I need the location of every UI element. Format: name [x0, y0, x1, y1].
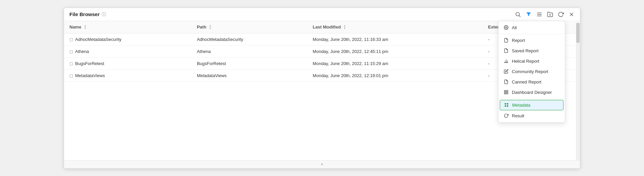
- pencil-icon: [503, 69, 509, 74]
- cell-modified: Monday, June 20th, 2022, 11:16:33 am: [307, 34, 483, 46]
- sort-name[interactable]: ▲▼: [84, 24, 87, 30]
- scrollbar-thumb[interactable]: [576, 23, 580, 43]
- col-modified: Last Modified ▲▼: [307, 21, 483, 34]
- new-folder-icon[interactable]: [547, 11, 553, 17]
- scrollbar-track: [576, 23, 580, 160]
- folder-row-icon: ◻: [69, 49, 73, 54]
- cell-modified: Monday, June 20th, 2022, 12:45:11 pm: [307, 46, 483, 58]
- svg-rect-17: [504, 93, 506, 94]
- dropdown-item-helical-report[interactable]: Helical Report: [498, 56, 565, 66]
- file-browser-window: File Browser ⓘ: [64, 8, 580, 169]
- dropdown-item-metadata[interactable]: Metadata: [500, 100, 564, 110]
- folder-row-icon: ◻: [69, 37, 73, 42]
- col-name: Name ▲▼: [64, 21, 192, 34]
- cell-modified: Monday, June 20th, 2022, 11:15:29 am: [307, 58, 483, 70]
- window-title: File Browser: [69, 11, 100, 17]
- svg-rect-20: [507, 105, 508, 107]
- filter-icon[interactable]: [526, 11, 532, 17]
- svg-rect-15: [506, 91, 508, 92]
- dropdown-item-community-report[interactable]: Community Report: [498, 66, 565, 77]
- doc-icon: [503, 79, 509, 84]
- doc-icon: [503, 38, 509, 43]
- bottom-dot: [321, 163, 323, 165]
- svg-rect-16: [506, 93, 508, 94]
- cell-name: ◻ AdhocMetadataSecurity: [64, 34, 192, 46]
- title-bar: File Browser ⓘ: [64, 8, 580, 21]
- cell-name: ◻ MetadataViews: [64, 70, 192, 82]
- cell-path: BugsForRetest: [192, 58, 307, 70]
- info-icon[interactable]: ⓘ: [102, 11, 106, 17]
- sort-modified[interactable]: ▲▼: [343, 24, 346, 30]
- svg-line-1: [519, 15, 520, 17]
- filter-dropdown: All Report Saved Report Helical Report C…: [498, 21, 565, 123]
- grid-fill-icon: [503, 103, 509, 107]
- refresh-icon[interactable]: [558, 11, 564, 17]
- svg-point-0: [516, 12, 520, 16]
- dropdown-item-label: Report: [512, 38, 525, 43]
- dropdown-item-canned-report[interactable]: Canned Report: [498, 77, 565, 87]
- folder-row-icon: ◻: [69, 73, 73, 78]
- cell-path: AdhocMetadataSecurity: [192, 34, 307, 46]
- bar-chart-icon: [503, 59, 509, 63]
- cell-name: ◻ Athena: [64, 46, 192, 58]
- menu-divider: [498, 34, 565, 34]
- dropdown-item-label: Canned Report: [512, 79, 541, 84]
- menu-icon[interactable]: [536, 11, 542, 17]
- refresh-icon: [503, 113, 509, 118]
- dropdown-item-report[interactable]: Report: [498, 35, 565, 46]
- gear-icon: [503, 25, 509, 30]
- svg-rect-21: [505, 105, 506, 107]
- menu-divider: [498, 99, 565, 99]
- title-bar-right: [515, 11, 575, 17]
- dropdown-item-label: Community Report: [512, 69, 548, 74]
- dropdown-item-label: Saved Report: [512, 48, 539, 53]
- folder-row-icon: ◻: [69, 61, 73, 66]
- dropdown-item-label: Metadata: [512, 103, 530, 108]
- doc-icon: [503, 48, 509, 53]
- col-path: Path ▲▼: [192, 21, 307, 34]
- bottom-bar: [64, 160, 580, 168]
- dropdown-item-label: All: [512, 25, 517, 30]
- dropdown-item-label: Result: [512, 113, 524, 118]
- dropdown-item-label: Dashboard Designer: [512, 90, 552, 95]
- svg-rect-14: [504, 91, 506, 92]
- dropdown-item-all[interactable]: All: [498, 22, 565, 33]
- cell-modified: Monday, June 20th, 2022, 12:19:01 pm: [307, 70, 483, 82]
- dropdown-item-dashboard-designer[interactable]: Dashboard Designer: [498, 87, 565, 98]
- dropdown-item-saved-report[interactable]: Saved Report: [498, 46, 565, 56]
- svg-rect-19: [507, 103, 508, 105]
- cell-path: MetadataViews: [192, 70, 307, 82]
- svg-point-9: [505, 27, 507, 28]
- svg-rect-18: [505, 103, 506, 105]
- close-icon[interactable]: [569, 11, 575, 17]
- title-bar-left: File Browser ⓘ: [69, 11, 106, 17]
- cell-name: ◻ BugsForRetest: [64, 58, 192, 70]
- grid-icon: [503, 90, 509, 95]
- cell-path: Athena: [192, 46, 307, 58]
- sort-path[interactable]: ▲▼: [209, 24, 212, 30]
- search-icon[interactable]: [515, 11, 521, 17]
- dropdown-item-result[interactable]: Result: [498, 111, 565, 121]
- dropdown-item-label: Helical Report: [512, 59, 539, 64]
